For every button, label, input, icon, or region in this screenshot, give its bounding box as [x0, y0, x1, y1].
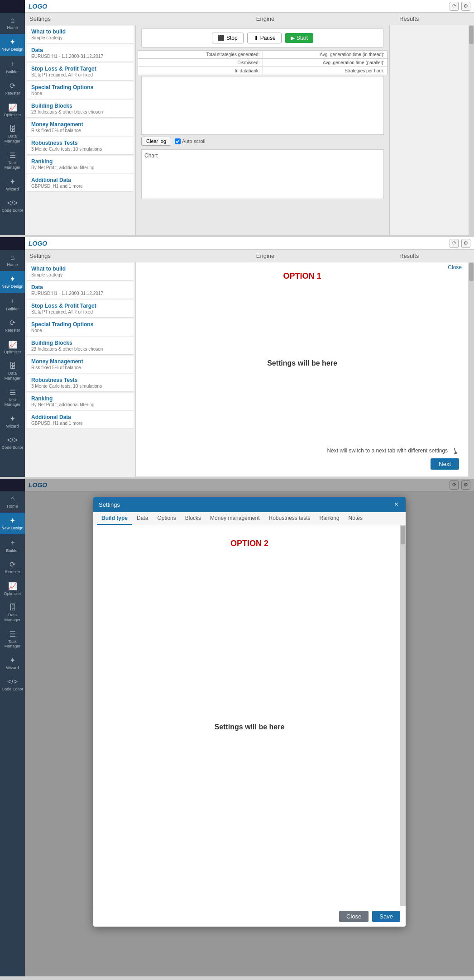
settings-panel-s2: What to build Simple strategy Data EURUS… [25, 262, 136, 477]
scroll-thumb-s2[interactable] [469, 263, 474, 281]
engine-header-s2: Engine [136, 250, 395, 262]
sidebar-item-home-s2[interactable]: ⌂ Home [0, 250, 25, 271]
sidebar-item-codeeditor-s2[interactable]: </> Code Editor [0, 433, 25, 454]
sidebar-item-newdesign[interactable]: ✦ New Design [0, 34, 25, 56]
engine-panel-s1: ⬛ Stop ⏸ Pause ▶ Start Total strategies … [136, 25, 389, 235]
settings-icon-s2[interactable]: ⚙ [461, 239, 470, 248]
close-link-s2[interactable]: Close [448, 264, 462, 271]
sidebar-item-codeeditor-s3[interactable]: </> Code Editor [0, 674, 25, 695]
tab-notes-s3[interactable]: Notes [344, 512, 367, 525]
sidebar-item-datamanager-s2[interactable]: 🗄 Data Manager [0, 358, 25, 385]
tab-blocks-s3[interactable]: Blocks [181, 512, 206, 525]
settings-item-wtb-s2[interactable]: What to build Simple strategy [27, 263, 134, 281]
settings-item-what-to-build-s1[interactable]: What to build Simple strategy [27, 26, 134, 43]
modal-scrollbar-s3[interactable] [400, 525, 406, 906]
settings-item-sto-s1[interactable]: Special Trading Options None [27, 81, 134, 99]
refresh-icon[interactable]: ⟳ [450, 2, 459, 11]
settings-item-blocks-s1[interactable]: Building Blocks 23 Indicators & other bl… [27, 100, 134, 118]
sidebar-item-taskmanager-s2[interactable]: ☰ Task Manager [0, 385, 25, 411]
sidebar-item-optimizer-s3[interactable]: 📈 Optimizer [0, 578, 25, 600]
modal-close-x-button-s3[interactable]: × [393, 500, 400, 509]
sidebar-item-newdesign-s2[interactable]: ✦ New Design [0, 271, 25, 293]
tab-money-management-s3[interactable]: Money management [206, 512, 264, 525]
sidebar-item-wizard-s3[interactable]: ✦ Wizard [0, 652, 25, 674]
log-area-s1[interactable] [141, 76, 384, 135]
tab-robustness-tests-s3[interactable]: Robustness tests [264, 512, 315, 525]
codeeditor-icon-s3: </> [7, 678, 18, 686]
settings-item-sto-s2[interactable]: Special Trading Options None [27, 319, 134, 336]
settings-item-title-s1-5: Money Management [31, 121, 129, 128]
refresh-icon-s2[interactable]: ⟳ [450, 239, 459, 248]
sidebar-item-retester-s3[interactable]: ⟳ Retester [0, 557, 25, 578]
settings-item-ranking-s2[interactable]: Ranking By Net Profit, additional filter… [27, 393, 134, 410]
settings-item-data-s1[interactable]: Data EURUSD:H1 - 1.1.2000-31.12.2017 [27, 44, 134, 62]
save-button-s3[interactable]: Save [372, 911, 400, 922]
settings-item-robust-s1[interactable]: Robustness Tests 3 Monte Carlo tests, 10… [27, 137, 134, 155]
settings-item-adddata-s1[interactable]: Additional Data GBPUSD, H1 and 1 more [27, 174, 134, 192]
sidebar-item-taskmanager[interactable]: ☰ Task Manager [0, 147, 25, 174]
sidebar-label-optimizer-s3: Optimizer [4, 591, 21, 596]
sidebar-item-retester-s2[interactable]: ⟳ Retester [0, 315, 25, 337]
settings-item-data-s2[interactable]: Data EURUSD:H1 - 1.1.2000-31.12.2017 [27, 281, 134, 299]
tab-data-s3[interactable]: Data [132, 512, 153, 525]
sidebar-item-datamanager-s3[interactable]: 🗄 Data Manager [0, 600, 25, 626]
settings-item-slpt-s1[interactable]: Stop Loss & Profit Target SL & PT requir… [27, 63, 134, 81]
sidebar-label-codeeditor-s2: Code Editor [2, 445, 24, 450]
sidebar-item-optimizer[interactable]: 📈 Optimizer [0, 100, 25, 121]
optimizer-icon-s2: 📈 [8, 340, 17, 349]
tab-ranking-s3[interactable]: Ranking [315, 512, 344, 525]
settings-item-title-s1-2: Stop Loss & Profit Target [31, 66, 129, 72]
engine-content-s2: Close OPTION 1 Settings will be here Nex… [136, 262, 469, 477]
modal-scroll-thumb-s3[interactable] [401, 526, 405, 544]
close-modal-button-s3[interactable]: Close [339, 911, 369, 922]
sidebar-label-taskmanager-s3: Task Manager [1, 639, 24, 649]
auto-scroll-checkbox-s1[interactable] [175, 138, 181, 144]
settings-item-robust-s2[interactable]: Robustness Tests 3 Monte Carlo tests, 10… [27, 374, 134, 392]
stop-icon-s1: ⬛ [218, 35, 225, 41]
sidebar-item-newdesign-s3[interactable]: ✦ New Design [0, 513, 25, 534]
start-icon-s1: ▶ [291, 35, 295, 41]
settings-icon[interactable]: ⚙ [461, 2, 470, 11]
sidebar-item-home[interactable]: ⌂ Home [0, 13, 25, 34]
settings-placeholder-s3: Settings will be here [206, 714, 294, 740]
sidebar-label-codeeditor-s3: Code Editor [2, 687, 24, 692]
sidebar-item-taskmanager-s3[interactable]: ☰ Task Manager [0, 626, 25, 653]
stat-label-5: Strategies per hour: [263, 67, 388, 75]
settings-item-slpt-s2[interactable]: Stop Loss & Profit Target SL & PT requir… [27, 300, 134, 318]
sidebar-label-codeeditor: Code Editor [2, 208, 24, 213]
sidebar-item-wizard-s2[interactable]: ✦ Wizard [0, 411, 25, 433]
tab-build-type-s3[interactable]: Build type [97, 512, 132, 525]
start-button-s1[interactable]: ▶ Start [285, 33, 313, 43]
settings-item-blocks-s2[interactable]: Building Blocks 23 Indicators & other bl… [27, 337, 134, 355]
scrollbar-s2[interactable] [469, 262, 474, 477]
settings-item-money-s1[interactable]: Money Management Risk fixed 5% of balanc… [27, 119, 134, 136]
scroll-thumb-s1[interactable] [469, 26, 474, 44]
settings-item-title-s1-1: Data [31, 47, 129, 53]
tab-options-s3[interactable]: Options [153, 512, 180, 525]
sidebar-item-optimizer-s2[interactable]: 📈 Optimizer [0, 337, 25, 358]
sidebar-item-home-s3[interactable]: ⌂ Home [0, 491, 25, 513]
pause-button-s1[interactable]: ⏸ Pause [247, 33, 282, 43]
sidebar-item-retester[interactable]: ⟳ Retester [0, 78, 25, 100]
settings-item-money-s2[interactable]: Money Management Risk fixed 5% of balanc… [27, 356, 134, 373]
sidebar-item-datamanager[interactable]: 🗄 Data Manager [0, 121, 25, 147]
stop-button-s1[interactable]: ⬛ Stop [212, 33, 244, 43]
settings-item-ranking-s1[interactable]: Ranking By Net Profit, additional filter… [27, 156, 134, 173]
clear-log-button-s1[interactable]: Clear log [141, 137, 171, 146]
sidebar-item-builder-s2[interactable]: ＋ Builder [0, 293, 25, 315]
next-button-s2[interactable]: Next [431, 458, 459, 470]
settings-item-title-s1-6: Robustness Tests [31, 140, 129, 146]
sidebar-item-builder-s3[interactable]: ＋ Builder [0, 534, 25, 557]
modal-window-s3: Settings × Build type Data Options Block… [93, 497, 406, 927]
sidebar-item-wizard[interactable]: ✦ Wizard [0, 174, 25, 195]
topbar-section2: LOGO ⟳ ⚙ [25, 237, 474, 250]
stat-label-0: Total strategies generated: [138, 51, 263, 58]
sidebar-item-builder[interactable]: ＋ Builder [0, 56, 25, 78]
scrollbar-s1[interactable] [469, 25, 474, 235]
topbar-icons-section2: ⟳ ⚙ [450, 239, 470, 248]
settings-item-title-s1-4: Building Blocks [31, 103, 129, 109]
settings-item-adddata-s2[interactable]: Additional Data GBPUSD, H1 and 1 more [27, 411, 134, 429]
logo-section1: LOGO [29, 3, 47, 10]
sidebar-label-datamanager-s2: Data Manager [1, 371, 24, 381]
sidebar-item-codeeditor[interactable]: </> Code Editor [0, 195, 25, 217]
